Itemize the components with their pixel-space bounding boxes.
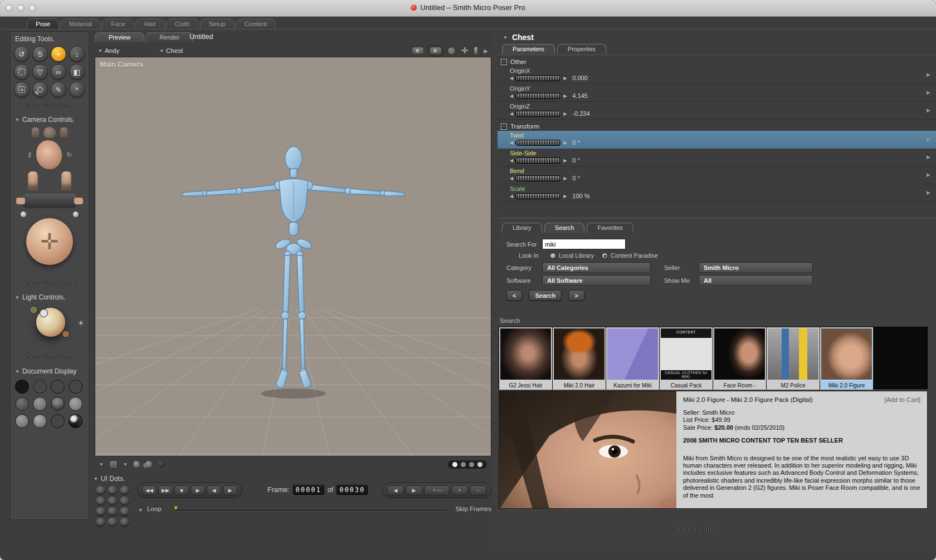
twist-tool-button[interactable]: S [32, 46, 48, 62]
tab-content[interactable]: Content [236, 18, 276, 30]
display-style-lit-wireframe[interactable] [15, 397, 29, 411]
edit-keyframes-button[interactable]: ⚬― [424, 485, 450, 495]
total-frames-field[interactable]: 00030 [337, 485, 368, 495]
ui-dot-10[interactable] [96, 518, 105, 527]
ui-dot-4[interactable] [96, 497, 105, 506]
move-xy-hand-icon[interactable] [61, 171, 71, 190]
param-row-side-side[interactable]: Side-Side◀▶0 °▶ [498, 149, 936, 166]
camera-select-icon[interactable] [430, 47, 442, 55]
collapse-box-icon[interactable]: − [501, 124, 507, 130]
param-row-bend[interactable]: Bend◀▶0 °▶ [498, 166, 936, 184]
param-row-originx[interactable]: OriginX◀▶0.000▶ [498, 66, 936, 84]
section-divider[interactable] [21, 282, 79, 284]
param-value[interactable]: 0 ° [572, 157, 580, 164]
doc-tab-preview[interactable]: Preview [95, 32, 144, 42]
ui-dot-11[interactable] [108, 518, 117, 527]
dial-increment-icon[interactable]: ▶ [563, 194, 567, 199]
param-row-originz[interactable]: OriginZ◀▶-0.234▶ [498, 102, 936, 120]
result-thumb-casual-pack[interactable]: CONTENTCASUAL CLOTHES for MIKICasual Pac… [660, 327, 713, 390]
ui-dot-5[interactable] [108, 497, 117, 506]
param-options-arrow-icon[interactable]: ▶ [927, 154, 930, 160]
bodypart-menu[interactable]: ▼Chest [156, 47, 186, 54]
light-controls-header[interactable]: ▼Light Controls. [11, 290, 89, 303]
grouping-tool-button[interactable] [14, 82, 30, 97]
timeline-track[interactable] [175, 510, 448, 511]
panel-expand-icon[interactable]: ▶ [484, 48, 488, 54]
param-value[interactable]: 4.145 [572, 92, 588, 99]
horizontal-scroll-grip[interactable] [674, 528, 716, 531]
ui-dot-7[interactable] [96, 507, 105, 517]
display-style-flat-shaded[interactable] [33, 397, 47, 411]
content-paradise-radio[interactable] [602, 253, 608, 259]
previous-key-button[interactable]: ◀ [387, 485, 404, 495]
dial-decrement-icon[interactable]: ◀ [510, 176, 513, 181]
library-tab-library[interactable]: Library [502, 223, 542, 233]
content-paradise-option[interactable]: Content Paradise [611, 252, 658, 259]
dial-decrement-icon[interactable]: ◀ [510, 94, 513, 99]
local-library-radio[interactable] [550, 253, 556, 259]
translate-in-out-tool-button[interactable]: ↕ [69, 46, 85, 62]
create-light-icon[interactable]: ☀ [77, 319, 84, 327]
light-2-handle[interactable] [40, 309, 48, 317]
tab-setup[interactable]: Setup [200, 18, 235, 30]
tab-face[interactable]: Face [102, 18, 134, 30]
dial-increment-icon[interactable]: ▶ [563, 111, 567, 116]
andy-figure[interactable] [182, 146, 405, 387]
display-style-flat-lined[interactable] [51, 397, 65, 411]
display-style-cartoon-with-line[interactable] [15, 414, 29, 428]
chain-break-tool-button[interactable]: ∞ [51, 64, 66, 80]
depth-cue-menu-icon[interactable]: ▼ [99, 462, 104, 467]
param-row-twist[interactable]: Twist◀▶0 °▶ [498, 131, 936, 149]
display-style-silhouette[interactable] [15, 380, 29, 394]
param-dial[interactable] [515, 175, 561, 181]
view-magnifier-tool-button[interactable] [32, 82, 48, 97]
result-thumb-kazumi-for-miki[interactable]: Kazumi for Miki [606, 327, 659, 390]
background-swatch[interactable] [109, 460, 118, 469]
dial-decrement-icon[interactable]: ◀ [510, 158, 513, 163]
param-value[interactable]: 0 ° [572, 175, 580, 181]
select-camera-face-icon[interactable] [36, 140, 62, 169]
param-row-originy[interactable]: OriginY◀▶4.145▶ [498, 84, 936, 102]
param-dial[interactable] [515, 158, 561, 164]
display-style-wireframe[interactable] [51, 380, 65, 394]
add-keyframe-button[interactable]: + [451, 485, 468, 495]
delete-keyframe-button[interactable]: − [470, 485, 486, 495]
taper-tool-button[interactable]: ▽ [32, 64, 48, 80]
param-options-arrow-icon[interactable]: ▶ [927, 190, 930, 195]
dial-increment-icon[interactable]: ▶ [563, 76, 567, 81]
color-tool-button[interactable]: ◧ [69, 64, 85, 80]
param-options-arrow-icon[interactable]: ▶ [927, 136, 930, 142]
document-display-header[interactable]: ▼Document Display [11, 364, 89, 377]
translate-pull-tool-button[interactable]: + [51, 46, 66, 62]
next-key-button[interactable]: ▶ [406, 485, 422, 495]
dial-decrement-icon[interactable]: ◀ [510, 76, 513, 81]
param-dial[interactable] [515, 93, 561, 99]
display-style-smooth-lined[interactable] [51, 414, 65, 428]
move-yz-hand-icon[interactable] [28, 171, 38, 190]
flyaround-right-hand-icon[interactable] [60, 127, 67, 137]
result-thumb-m2-police[interactable]: M2 Police [767, 327, 820, 390]
dial-increment-icon[interactable]: ▶ [563, 94, 567, 99]
param-group-other[interactable]: −Other [498, 55, 936, 66]
style-dot-3[interactable] [469, 462, 474, 467]
multi-ball-icon[interactable] [145, 461, 152, 468]
ui-dot-2[interactable] [108, 486, 117, 495]
tab-pose[interactable]: Pose [27, 18, 59, 30]
display-style-texture-shaded[interactable] [69, 414, 82, 428]
tab-cloth[interactable]: Cloth [166, 18, 199, 30]
zoom-capsule-icon[interactable] [474, 46, 478, 55]
ui-dot-3[interactable] [120, 486, 129, 495]
camera-controls-header[interactable]: ▼Camera Controls. [11, 112, 89, 126]
param-dial[interactable] [515, 193, 561, 199]
param-tab-parameters[interactable]: Parameters [502, 44, 555, 54]
display-style-smooth-shaded[interactable] [33, 414, 47, 428]
camera-dolly-bar[interactable] [23, 194, 76, 208]
camera-trackball[interactable]: ✛ [26, 218, 73, 265]
category-dropdown[interactable]: All Categories [542, 262, 651, 273]
loop-toggle[interactable] [138, 508, 143, 513]
tracking-ball-icon[interactable] [133, 461, 140, 468]
stop-button[interactable]: ■ [174, 485, 189, 495]
display-style-hidden-line[interactable] [69, 380, 82, 394]
dial-decrement-icon[interactable]: ◀ [510, 140, 513, 145]
display-style-outline[interactable] [33, 380, 47, 394]
